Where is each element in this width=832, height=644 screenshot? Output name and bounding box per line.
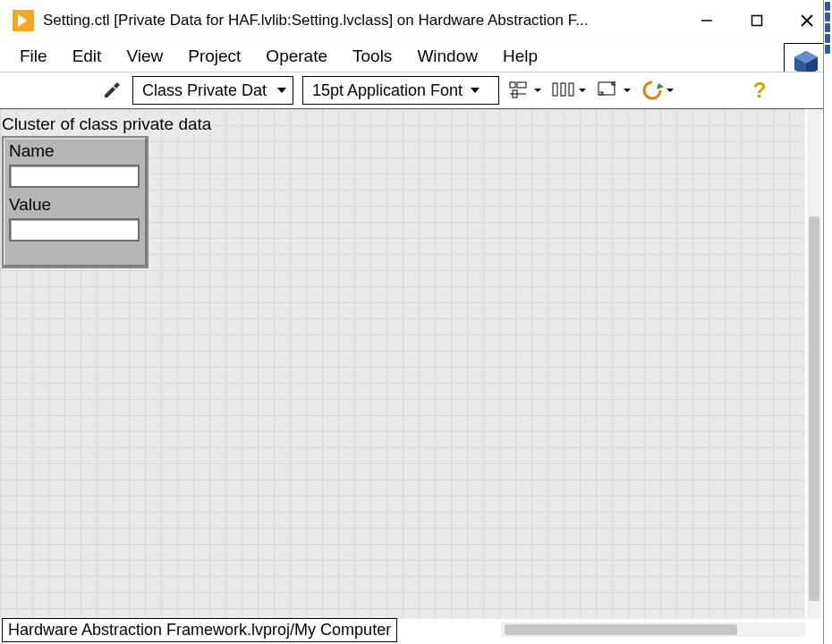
chevron-down-icon [623, 86, 632, 95]
distribute-objects-button[interactable] [551, 78, 587, 103]
menu-project[interactable]: Project [175, 45, 253, 68]
context-help-icon[interactable]: ? [750, 78, 769, 105]
value-label: Value [4, 191, 147, 215]
svg-rect-8 [517, 82, 526, 88]
v-scroll-thumb[interactable] [809, 216, 819, 601]
customize-icon[interactable] [98, 77, 125, 104]
menu-help[interactable]: Help [490, 45, 550, 68]
h-scroll-thumb[interactable] [505, 624, 737, 635]
svg-rect-1 [752, 15, 762, 25]
app-icon [13, 10, 34, 31]
reorder-button[interactable] [641, 78, 675, 103]
menu-tools[interactable]: Tools [340, 45, 404, 68]
chevron-down-icon [276, 85, 287, 96]
maximize-button[interactable] [732, 0, 782, 41]
control-type-combo[interactable]: Class Private Dat [132, 76, 293, 105]
name-input[interactable] [9, 165, 140, 188]
right-edge-strip [823, 0, 832, 644]
svg-rect-13 [569, 83, 573, 96]
name-label: Name [4, 138, 147, 161]
menu-operate[interactable]: Operate [253, 45, 340, 68]
menu-bar: File Edit View Project Operate Tools Win… [0, 41, 832, 72]
toolbar: Class Private Dat 15pt Application Font [0, 72, 832, 109]
menu-edit[interactable]: Edit [60, 45, 115, 68]
align-objects-button[interactable] [508, 78, 542, 103]
window-title: Setting.ctl [Private Data for HAF.lvlib:… [43, 12, 682, 30]
menu-window[interactable]: Window [404, 45, 490, 68]
cluster-title: Cluster of class private data [2, 114, 211, 134]
window-controls [682, 0, 832, 41]
toolbar-group [508, 78, 675, 103]
svg-marker-15 [657, 83, 664, 89]
font-combo[interactable]: 15pt Application Font [302, 76, 499, 105]
vertical-scrollbar[interactable] [807, 109, 821, 619]
value-input[interactable] [9, 218, 140, 242]
cluster-box[interactable]: Name Value [2, 136, 149, 268]
chevron-down-icon [578, 86, 587, 95]
chevron-down-icon [470, 85, 480, 96]
minimize-button[interactable] [682, 0, 732, 41]
chevron-down-icon [533, 86, 542, 95]
front-panel-canvas[interactable]: Cluster of class private data Name Value [0, 109, 805, 619]
title-bar: Setting.ctl [Private Data for HAF.lvlib:… [0, 0, 832, 41]
status-path: Hardware Abstraction Framework.lvproj/My… [2, 618, 397, 642]
font-combo-label: 15pt Application Font [312, 81, 463, 100]
svg-rect-7 [510, 82, 515, 88]
menu-view[interactable]: View [114, 45, 175, 68]
resize-objects-button[interactable] [596, 78, 632, 103]
svg-rect-11 [553, 83, 557, 96]
horizontal-scrollbar[interactable] [501, 623, 805, 637]
chevron-down-icon [666, 86, 675, 95]
svg-rect-12 [561, 83, 565, 96]
menu-file[interactable]: File [7, 45, 60, 68]
control-type-label: Class Private Dat [142, 81, 269, 100]
